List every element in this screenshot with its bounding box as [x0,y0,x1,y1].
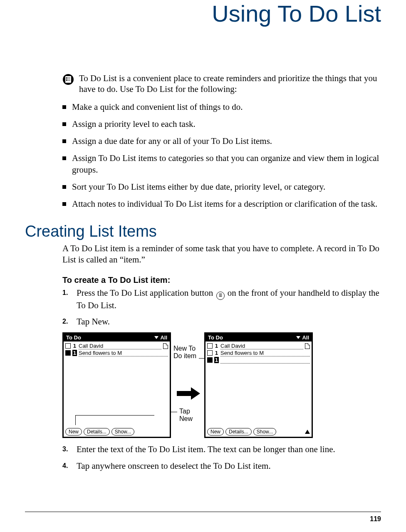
bullet-text: Attach notes to individual To Do List it… [72,198,381,210]
dropdown-icon [296,336,300,339]
scroll-up-icon[interactable] [305,430,310,434]
figure: To Do All 1 Call David 1 Send flowers to… [62,332,381,438]
svg-rect-3 [66,79,67,81]
bullet-text: Assign a due date for any or all of your… [72,136,381,147]
todo-text[interactable]: Send flowers to M [79,350,168,356]
palm-screen-after: To Do All 1 Call David 1 Send flowers to… [204,332,313,438]
note-icon[interactable] [305,343,310,349]
checkbox-icon[interactable] [65,350,71,356]
callout-tap-new: Tap New [173,408,204,422]
bullet-icon [62,139,66,143]
priority-label[interactable]: 1 [214,357,219,363]
screen-title: To Do [66,334,81,341]
priority-label[interactable]: 1 [214,350,219,356]
bullet-text: Sort your To Do List items either by due… [72,181,381,193]
todo-text[interactable]: Send flowers to M [220,350,310,356]
svg-marker-7 [191,387,200,400]
category-selector[interactable]: All [296,334,309,341]
todo-text[interactable] [220,357,310,364]
dropdown-icon [154,336,158,339]
category-label: All [302,334,309,341]
priority-label[interactable]: 1 [72,350,77,356]
step-number: 4. [62,460,71,472]
feature-bullet-list: Make a quick and convenient list of thin… [62,101,381,210]
step-text: Press the To Do List application button … [77,287,381,311]
priority-label[interactable]: 1 [214,343,219,349]
show-button[interactable]: Show... [111,428,134,435]
priority-label[interactable]: 1 [72,343,77,349]
bullet-text: Assign To Do List items to categories so… [72,153,381,176]
procedure-steps-cont: 3. Enter the text of the To Do List item… [62,444,381,472]
bullet-icon [62,122,66,126]
section-intro: A To Do List item is a reminder of some … [62,243,381,266]
checkbox-icon[interactable] [207,357,213,363]
bullet-icon [62,185,66,189]
step-number: 2. [62,316,71,327]
step-text: Tap anywhere onscreen to deselect the To… [77,460,381,472]
todo-item[interactable]: 1 Send flowers to M [65,349,168,356]
bullet-icon [62,105,66,109]
category-selector[interactable]: All [154,334,167,341]
section-heading: Creating List Items [25,223,381,240]
todo-button-icon: ☰ [216,292,225,300]
bullet-icon [62,202,66,206]
step-text: Enter the text of the To Do List item. T… [77,444,381,455]
bullet-text: Assign a priority level to each task. [72,119,381,130]
step-text: Tap New. [77,316,381,327]
palm-screen-before: To Do All 1 Call David 1 Send flowers to… [62,332,171,438]
procedure-steps: 1. Press the To Do List application butt… [62,287,381,327]
step-text-part: Press the To Do List application button [77,288,215,298]
footer-rule [25,512,381,512]
checkbox-icon[interactable] [65,343,71,349]
show-button[interactable]: Show... [253,428,276,435]
svg-rect-6 [177,391,191,396]
bullet-icon [62,156,66,160]
todo-item[interactable]: 1 Call David [207,342,310,349]
todo-text[interactable]: Call David [79,343,161,349]
page-number: 119 [370,515,381,523]
todo-item[interactable]: 1 Send flowers to M [207,349,310,356]
todo-text[interactable]: Call David [220,343,303,349]
note-icon[interactable] [163,343,168,349]
category-label: All [160,334,167,341]
details-button[interactable]: Details... [84,428,110,435]
todo-app-icon [62,74,74,85]
step-number: 3. [62,444,71,455]
intro-paragraph: To Do List is a convenient place to crea… [79,73,381,95]
new-button[interactable]: New [65,428,82,435]
callout-new-item: New To Do item [173,345,204,359]
todo-item[interactable]: 1 Call David [65,342,168,349]
new-button[interactable]: New [207,428,224,435]
screen-title: To Do [208,334,223,341]
details-button[interactable]: Details... [225,428,252,435]
checkbox-icon[interactable] [207,350,213,356]
svg-rect-2 [66,77,67,79]
todo-item-new[interactable]: 1 [207,356,310,364]
checkbox-icon[interactable] [207,343,213,349]
chapter-title: Using To Do List [25,0,381,27]
bullet-text: Make a quick and convenient list of thin… [72,101,381,113]
procedure-heading: To create a To Do List item: [62,275,381,285]
arrow-icon [177,387,200,400]
step-number: 1. [62,287,71,311]
